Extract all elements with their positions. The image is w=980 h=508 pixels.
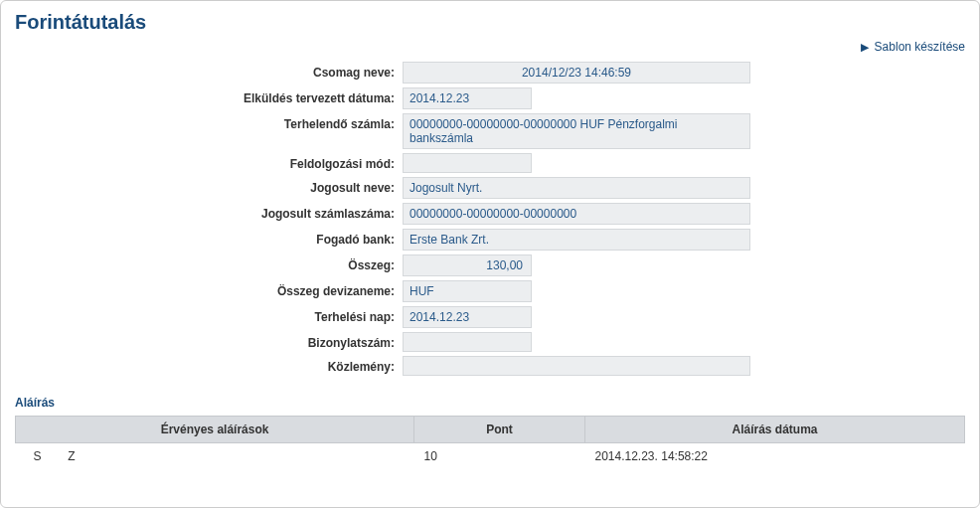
sig-cell-pont: 10: [414, 443, 585, 470]
label-bizonylat: Bizonylatszám:: [15, 332, 403, 350]
label-fogado-bank: Fogadó bank:: [15, 229, 403, 247]
signature-section-title: Aláírás: [15, 396, 965, 410]
value-osszeg: 130,00: [403, 254, 532, 276]
page-title: Forintátutalás: [15, 11, 965, 34]
sig-cell-datum: 2014.12.23. 14:58:22: [584, 443, 964, 470]
top-action-bar: ▶ Sablon készítése: [15, 40, 965, 54]
value-terhelesi: 2014.12.23: [403, 306, 532, 328]
value-csomag-neve: 2014/12/23 14:46:59: [403, 62, 750, 84]
sig-header-datum: Aláírás dátuma: [584, 417, 964, 443]
value-terhelendo: 00000000-00000000-00000000 HUF Pénzforga…: [403, 113, 750, 149]
label-csomag-neve: Csomag neve:: [15, 62, 403, 80]
value-kozlemeny: [403, 356, 750, 376]
value-jogosult-szam: 00000000-00000000-00000000: [403, 203, 750, 225]
table-row: S Z 10 2014.12.23. 14:58:22: [16, 443, 965, 470]
label-jogosult-szam: Jogosult számlaszáma:: [15, 203, 403, 221]
value-devizanem: HUF: [403, 280, 532, 302]
signature-table: Érvényes aláírások Pont Aláírás dátuma S…: [15, 416, 965, 469]
sig-header-name: Érvényes aláírások: [16, 417, 414, 443]
label-feldolgozas: Feldolgozási mód:: [15, 153, 403, 171]
label-osszeg: Összeg:: [15, 254, 403, 272]
label-terhelesi: Terhelési nap:: [15, 306, 403, 324]
value-bizonylat: [403, 332, 532, 352]
create-template-link[interactable]: Sablon készítése: [875, 40, 965, 54]
sig-cell-name: S Z: [16, 443, 414, 470]
arrow-right-icon: ▶: [861, 41, 869, 53]
value-feldolgozas: [403, 153, 532, 173]
label-terhelendo: Terhelendő számla:: [15, 113, 403, 131]
value-elkuldes: 2014.12.23: [403, 87, 532, 109]
label-elkuldes: Elküldés tervezett dátuma:: [15, 87, 403, 105]
value-fogado-bank: Erste Bank Zrt.: [403, 229, 750, 251]
sig-header-pont: Pont: [414, 417, 585, 443]
label-kozlemeny: Közlemény:: [15, 356, 403, 374]
label-jogosult-neve: Jogosult neve:: [15, 177, 403, 195]
value-jogosult-neve: Jogosult Nyrt.: [403, 177, 750, 199]
form-area: Csomag neve: 2014/12/23 14:46:59 Elküldé…: [15, 62, 965, 376]
label-devizanem: Összeg devizaneme:: [15, 280, 403, 298]
